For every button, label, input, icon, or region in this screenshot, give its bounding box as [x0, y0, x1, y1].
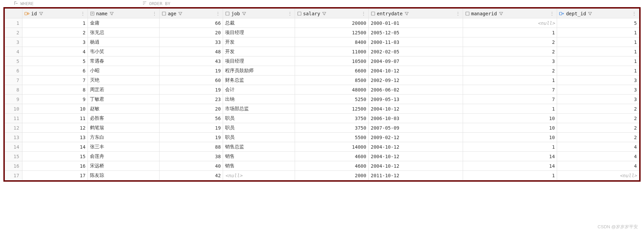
cell-dept_id[interactable]: 1: [557, 56, 639, 66]
cell-job[interactable]: 会计: [223, 85, 295, 95]
cell-job[interactable]: 开发: [223, 37, 295, 47]
sort-handle-icon[interactable]: ⋮: [152, 11, 157, 16]
cell-salary[interactable]: 5500: [295, 133, 368, 142]
orderby-clause-input[interactable]: ORDER BY: [142, 1, 170, 6]
cell-name[interactable]: 杨逍: [88, 37, 159, 47]
cell-age[interactable]: 66: [160, 18, 223, 28]
sort-handle-icon[interactable]: ⋮: [215, 11, 221, 16]
cell-age[interactable]: 19: [160, 85, 223, 95]
cell-id[interactable]: 6: [22, 66, 88, 76]
cell-entrydate[interactable]: 2002-09-12: [368, 76, 463, 85]
column-header-age[interactable]: age⋮: [160, 9, 223, 18]
cell-managerid[interactable]: 2: [463, 47, 557, 56]
cell-entrydate[interactable]: 2009-05-13: [368, 95, 463, 104]
column-header-name[interactable]: name⋮: [88, 9, 159, 18]
cell-name[interactable]: 宋远桥: [88, 161, 159, 171]
cell-name[interactable]: 丁敏君: [88, 95, 159, 104]
table-row[interactable]: 1111必胜客56职员37502006-10-03102: [5, 114, 639, 123]
table-row[interactable]: 77灭绝60财务总监85002002-09-1213: [5, 76, 639, 85]
cell-job[interactable]: 职员: [223, 123, 295, 133]
cell-entrydate[interactable]: 2002-02-05: [368, 47, 463, 56]
cell-age[interactable]: 88: [160, 142, 223, 152]
cell-job[interactable]: 销售总监: [223, 142, 295, 152]
column-header-job[interactable]: job⋮: [223, 9, 295, 18]
cell-managerid[interactable]: <null>: [463, 18, 557, 28]
cell-managerid[interactable]: 2: [463, 66, 557, 76]
sort-handle-icon[interactable]: ⋮: [80, 11, 86, 16]
filter-icon[interactable]: [242, 12, 246, 16]
table-row[interactable]: 99丁敏君23出纳52502009-05-1373: [5, 95, 639, 104]
cell-age[interactable]: 23: [160, 95, 223, 104]
cell-dept_id[interactable]: 3: [557, 85, 639, 95]
cell-name[interactable]: 俞莲舟: [88, 152, 159, 161]
cell-dept_id[interactable]: 1: [557, 66, 639, 76]
cell-name[interactable]: 常遇春: [88, 56, 159, 66]
table-row[interactable]: 1313方东白19职员55002009-02-12102: [5, 133, 639, 142]
cell-age[interactable]: 56: [160, 114, 223, 123]
cell-managerid[interactable]: 10: [463, 133, 557, 142]
cell-id[interactable]: 15: [22, 152, 88, 161]
cell-managerid[interactable]: 1: [463, 28, 557, 37]
cell-entrydate[interactable]: 2011-10-12: [368, 171, 463, 180]
cell-id[interactable]: 8: [22, 85, 88, 95]
cell-job[interactable]: 程序员鼓励师: [223, 66, 295, 76]
table-row[interactable]: 1717陈友琼42<null>20002011-10-121<null>: [5, 171, 639, 180]
cell-salary[interactable]: 48000: [295, 85, 368, 95]
cell-managerid[interactable]: 7: [463, 95, 557, 104]
filter-icon[interactable]: [110, 12, 114, 16]
cell-salary[interactable]: 2000: [295, 171, 368, 180]
cell-id[interactable]: 10: [22, 104, 88, 114]
cell-job[interactable]: 出纳: [223, 95, 295, 104]
cell-job[interactable]: 市场部总监: [223, 104, 295, 114]
cell-name[interactable]: 必胜客: [88, 114, 159, 123]
cell-dept_id[interactable]: 2: [557, 114, 639, 123]
cell-age[interactable]: 20: [160, 104, 223, 114]
column-header-managerid[interactable]: managerid⋮: [463, 9, 557, 18]
column-header-dept_id[interactable]: dept_id⋮: [557, 9, 639, 18]
filter-icon[interactable]: [405, 12, 409, 16]
cell-age[interactable]: 19: [160, 133, 223, 142]
cell-dept_id[interactable]: 2: [557, 123, 639, 133]
table-row[interactable]: 1212鹤笔翁19职员37502007-05-09102: [5, 123, 639, 133]
cell-dept_id[interactable]: 1: [557, 37, 639, 47]
cell-salary[interactable]: 8400: [295, 37, 368, 47]
cell-salary[interactable]: 6600: [295, 66, 368, 76]
table-row[interactable]: 11金庸66总裁200002000-01-01<null>5: [5, 18, 639, 28]
cell-entrydate[interactable]: 2009-02-12: [368, 133, 463, 142]
filter-icon[interactable]: [178, 12, 182, 16]
table-row[interactable]: 1616宋远桥40销售46002004-10-12144: [5, 161, 639, 171]
cell-salary[interactable]: 3750: [295, 114, 368, 123]
cell-entrydate[interactable]: 2004-10-12: [368, 161, 463, 171]
cell-dept_id[interactable]: 1: [557, 28, 639, 37]
cell-dept_id[interactable]: 2: [557, 133, 639, 142]
cell-salary[interactable]: 12500: [295, 104, 368, 114]
cell-entrydate[interactable]: 2005-12-05: [368, 28, 463, 37]
cell-entrydate[interactable]: 2004-10-12: [368, 104, 463, 114]
cell-salary[interactable]: 4600: [295, 152, 368, 161]
cell-managerid[interactable]: 10: [463, 114, 557, 123]
cell-dept_id[interactable]: 2: [557, 104, 639, 114]
table-row[interactable]: 88周芷若19会计480002006-06-0273: [5, 85, 639, 95]
cell-salary[interactable]: 12500: [295, 28, 368, 37]
table-row[interactable]: 55常遇春43项目经理105002004-09-0731: [5, 56, 639, 66]
cell-id[interactable]: 11: [22, 114, 88, 123]
cell-id[interactable]: 12: [22, 123, 88, 133]
cell-age[interactable]: 40: [160, 161, 223, 171]
filter-icon[interactable]: [499, 12, 503, 16]
cell-entrydate[interactable]: 2004-10-12: [368, 142, 463, 152]
cell-name[interactable]: 陈友琼: [88, 171, 159, 180]
cell-id[interactable]: 13: [22, 133, 88, 142]
cell-entrydate[interactable]: 2000-01-01: [368, 18, 463, 28]
cell-entrydate[interactable]: 2004-10-12: [368, 152, 463, 161]
cell-job[interactable]: 销售: [223, 161, 295, 171]
cell-name[interactable]: 张三丰: [88, 142, 159, 152]
cell-dept_id[interactable]: <null>: [557, 171, 639, 180]
table-row[interactable]: 44韦小笑48开发110002002-02-0521: [5, 47, 639, 56]
cell-dept_id[interactable]: 4: [557, 142, 639, 152]
table-row[interactable]: 66小昭19程序员鼓励师66002004-10-1221: [5, 66, 639, 76]
cell-age[interactable]: 42: [160, 171, 223, 180]
cell-name[interactable]: 张无忌: [88, 28, 159, 37]
cell-dept_id[interactable]: 1: [557, 47, 639, 56]
filter-icon[interactable]: [39, 12, 43, 16]
filter-icon[interactable]: [588, 12, 592, 16]
